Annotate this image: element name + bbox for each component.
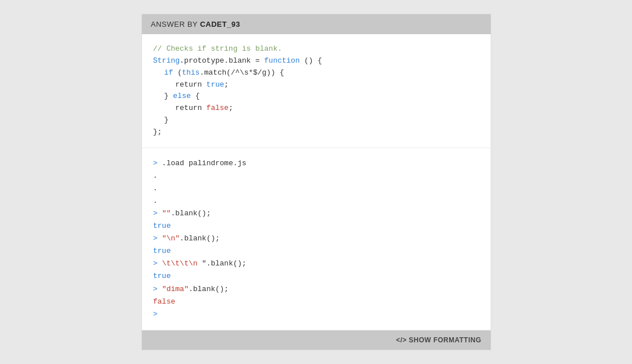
console-line-load: > .load palindrome.js (153, 157, 479, 170)
console-line-dot3: . (153, 195, 479, 207)
code-line-close-fn: }; (153, 126, 479, 138)
code-line-return-false: return false; (153, 103, 479, 114)
answer-container: ANSWER BY CADET_93 // Checks if string i… (141, 14, 491, 350)
console-line-blank-tabs: > \t\t\t\n ".blank(); (153, 257, 479, 270)
console-result-true3: true (153, 270, 479, 283)
console-line-blank-dima: > "dima".blank(); (153, 283, 479, 296)
code-line-comment: // Checks if string is blank. (153, 43, 479, 55)
username: CADET_93 (200, 20, 240, 28)
console-result-true2: true (153, 245, 479, 257)
console-result-true1: true (153, 220, 479, 232)
answer-by-label: ANSWER BY (151, 20, 198, 28)
code-line-else: } else { (153, 91, 479, 103)
console-line-dot1: . (153, 170, 479, 182)
code-line-close-else: } (153, 114, 479, 126)
code-line-return-true: return true; (153, 79, 479, 91)
console-line-blank-newline: > "\n".blank(); (153, 232, 479, 245)
show-formatting-label: SHOW FORMATTING (409, 336, 481, 344)
show-formatting-icon: </> (396, 336, 407, 344)
console-prompt-final: > (153, 308, 479, 321)
console-line-dot2: . (153, 182, 479, 195)
console-line-blank-empty: > "".blank(); (153, 207, 479, 220)
code-line-if: if (this.match(/^\s*$/g)) { (153, 67, 479, 79)
code-section: // Checks if string is blank. String.pro… (142, 34, 491, 148)
footer-bar[interactable]: </> SHOW FORMATTING (142, 330, 491, 350)
console-section: > .load palindrome.js . . . > "".blank()… (142, 148, 491, 330)
console-result-false: false (153, 296, 479, 308)
code-line-prototype: String.prototype.blank = function () { (153, 55, 479, 67)
answer-header: ANSWER BY CADET_93 (142, 14, 491, 34)
